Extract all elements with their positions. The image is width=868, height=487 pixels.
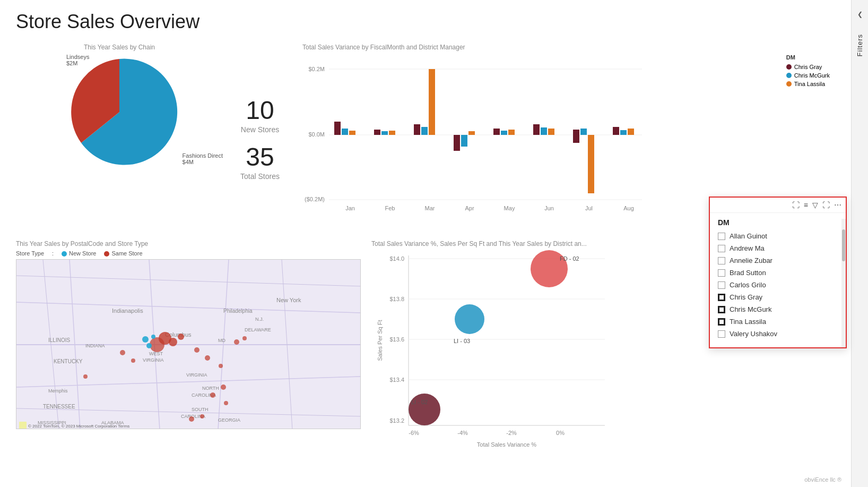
svg-text:$14.0: $14.0 (389, 255, 404, 262)
svg-rect-24 (461, 135, 467, 147)
svg-text:VIRGINIA: VIRGINIA (186, 372, 207, 378)
filter-checkbox[interactable] (718, 281, 725, 289)
svg-text:Aug: Aug (623, 205, 634, 211)
svg-point-77 (219, 364, 223, 368)
svg-point-88 (142, 336, 149, 343)
filter-item[interactable]: Brad Sutton (718, 269, 838, 277)
svg-rect-23 (454, 135, 460, 151)
filter-item-label: Brad Sutton (730, 269, 766, 277)
svg-text:ILLINOIS: ILLINOIS (48, 337, 70, 343)
svg-text:$13.8: $13.8 (389, 296, 404, 302)
svg-rect-33 (580, 129, 587, 135)
svg-text:SOUTH: SOUTH (192, 407, 209, 412)
filter-item[interactable]: Chris McGurk (718, 305, 838, 313)
list-icon[interactable]: ≡ (804, 201, 808, 209)
svg-text:Jan: Jan (345, 205, 355, 211)
svg-rect-36 (620, 130, 627, 135)
filters-label: Filters (856, 34, 864, 56)
filter-checkbox[interactable] (718, 257, 725, 264)
svg-text:FD - 02: FD - 02 (560, 255, 579, 262)
filter-scrollbar-thumb (842, 229, 845, 261)
svg-rect-29 (533, 124, 540, 135)
svg-text:LI - 02: LI - 02 (411, 399, 428, 405)
svg-text:VIRGINIA: VIRGINIA (143, 357, 164, 363)
filter-checkbox[interactable] (718, 233, 725, 240)
svg-point-74 (178, 334, 184, 340)
svg-point-72 (169, 338, 177, 346)
svg-text:DELAWARE: DELAWARE (245, 327, 271, 332)
filter-popup-body: DM Allan GuinotAndrew MaAnnelie ZubarBra… (710, 213, 846, 347)
filter-item-label: Valery Ushakov (730, 330, 777, 338)
filter-item[interactable]: Tina Lassila (718, 318, 838, 326)
svg-text:KENTUCKY: KENTUCKY (54, 358, 83, 364)
svg-text:-2%: -2% (506, 430, 517, 436)
svg-point-89 (146, 343, 152, 348)
svg-rect-25 (468, 131, 475, 135)
svg-point-80 (221, 385, 226, 390)
filters-chevron-icon: ❮ (857, 11, 863, 18)
pie-label-fashions: Fashions Direct $4M (183, 152, 223, 165)
filter-checkbox[interactable] (718, 294, 725, 301)
svg-text:May: May (504, 205, 515, 211)
filter-item[interactable]: Chris Gray (718, 293, 838, 301)
svg-rect-22 (429, 69, 435, 135)
pie-chart-svg (61, 54, 178, 170)
filter-icon[interactable]: ▽ (812, 201, 818, 209)
svg-point-83 (200, 414, 204, 418)
filter-item-label: Tina Lassila (730, 318, 766, 326)
svg-rect-18 (381, 131, 388, 135)
svg-rect-14 (334, 122, 341, 135)
filter-checkbox[interactable] (718, 318, 725, 326)
svg-rect-34 (588, 135, 594, 193)
svg-point-87 (83, 374, 88, 379)
svg-rect-32 (573, 130, 579, 143)
filter-checkbox[interactable] (718, 245, 725, 252)
map-svg: Indianapolis Columbus KENTUCKY TENNESSEE… (16, 260, 361, 429)
more-icon[interactable]: ⋯ (834, 201, 841, 209)
scatter-point-li02[interactable] (409, 394, 440, 425)
pie-label-lindseys: Lindseys $2M (66, 54, 89, 66)
svg-text:-4%: -4% (457, 430, 468, 436)
filter-item-label: Andrew Ma (730, 244, 765, 252)
pie-chart-title: This Year Sales by Chain (16, 44, 223, 51)
svg-text:Philadelphia: Philadelphia (223, 308, 253, 314)
svg-rect-35 (613, 127, 619, 135)
svg-point-84 (189, 416, 194, 422)
svg-text:Indianapolis: Indianapolis (112, 307, 143, 314)
fullscreen-icon[interactable]: ⛶ (822, 201, 830, 209)
expand-icon[interactable]: ⛶ (792, 201, 800, 209)
svg-text:Mar: Mar (425, 205, 435, 211)
filter-checkbox[interactable] (718, 330, 725, 338)
svg-text:New York: New York (276, 297, 301, 303)
filter-item[interactable]: Andrew Ma (718, 244, 838, 252)
new-stores-stat: 10 New Stores (241, 98, 279, 134)
bar-chart-legend: DM Chris Gray Chris McGurk Tina Lassila (786, 54, 830, 87)
legend-item-chrismcgurk: Chris McGurk (786, 72, 830, 79)
svg-point-76 (205, 355, 210, 361)
map-visualization[interactable]: Indianapolis Columbus KENTUCKY TENNESSEE… (16, 259, 361, 429)
filter-item[interactable]: Allan Guinot (718, 232, 838, 240)
svg-text:Total Sales Variance %: Total Sales Variance % (477, 441, 537, 448)
filter-checkbox[interactable] (718, 269, 725, 277)
filters-sidebar[interactable]: ❮ Filters (851, 0, 868, 487)
footer-credit: obviEnce llc ® (804, 476, 841, 483)
svg-text:MD: MD (218, 338, 225, 343)
filter-scrollbar[interactable] (841, 219, 846, 347)
svg-text:Sales Per Sq Ft: Sales Per Sq Ft (377, 320, 383, 361)
svg-rect-91 (19, 422, 27, 429)
svg-point-85 (120, 350, 125, 355)
svg-point-73 (150, 337, 164, 352)
filter-item[interactable]: Annelie Zubar (718, 257, 838, 264)
svg-text:LI - 03: LI - 03 (454, 338, 470, 344)
svg-text:© 2022 TomTom, © 2023 Microsof: © 2022 TomTom, © 2023 Microsoft Corporat… (28, 424, 129, 429)
svg-point-86 (131, 358, 135, 363)
svg-text:$0.2M: $0.2M (308, 66, 325, 72)
filter-item[interactable]: Carlos Grilo (718, 281, 838, 289)
svg-point-79 (242, 336, 247, 340)
filter-items-list: Allan GuinotAndrew MaAnnelie ZubarBrad S… (718, 232, 838, 338)
svg-rect-20 (414, 124, 420, 135)
bar-chart-title: Total Sales Variance by FiscalMonth and … (302, 44, 835, 51)
scatter-point-li03[interactable] (455, 304, 484, 334)
filter-item[interactable]: Valery Ushakov (718, 330, 838, 338)
filter-checkbox[interactable] (718, 306, 725, 313)
